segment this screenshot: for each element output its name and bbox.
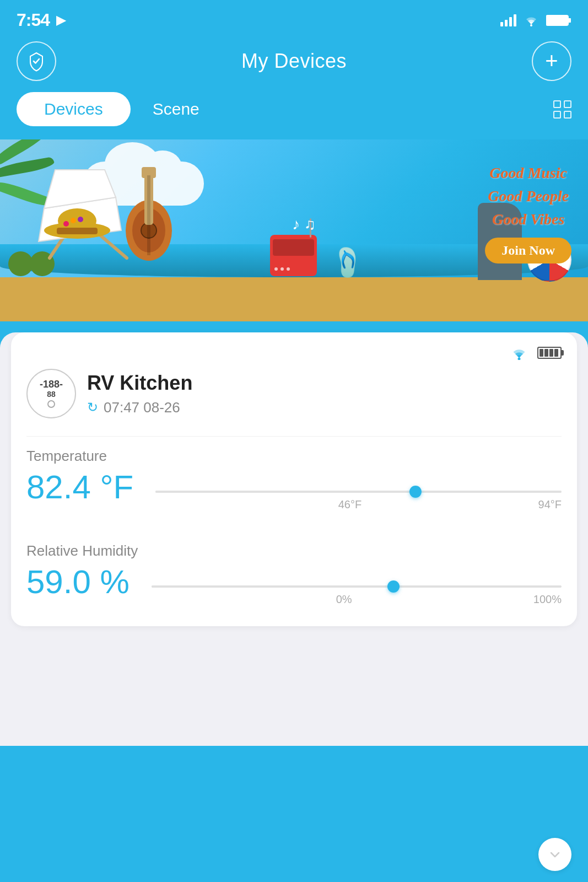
card-battery-icon [537, 347, 562, 359]
banner-line-3: Good Vibes [485, 208, 571, 231]
tab-scene[interactable]: Scene [131, 92, 222, 126]
humidity-label: Relative Humidity [26, 542, 562, 560]
card-status-icons [26, 346, 562, 360]
status-icons [500, 14, 571, 26]
temperature-slider[interactable]: 46°F 94°F [155, 491, 562, 493]
time-display: 7:54 [17, 10, 50, 30]
join-now-button[interactable]: Join Now [485, 238, 571, 263]
svg-point-18 [63, 221, 69, 227]
app-header: My Devices + [0, 36, 588, 92]
page-title: My Devices [241, 50, 347, 73]
main-content: -188- 88 RV Kitchen ↻ 07:47 08-26 Temper… [0, 332, 588, 746]
add-icon: + [545, 50, 558, 72]
device-icon: -188- 88 [26, 369, 76, 418]
sand-decoration [0, 277, 588, 321]
humidity-value: 59.0 % [26, 563, 130, 601]
device-text-info: RV Kitchen ↻ 07:47 08-26 [87, 372, 192, 416]
humidity-slider-max: 100% [533, 593, 562, 606]
music-notes-decoration: ♪ ♫ [292, 216, 316, 233]
svg-point-20 [78, 217, 83, 222]
svg-point-21 [518, 358, 521, 361]
signal-strength-icon [500, 14, 516, 26]
promo-banner: ♪ ♫ 🩴 Good Music Good People Good Vibes … [0, 139, 588, 321]
banner-text-block: Good Music Good People Good Vibes Join N… [485, 162, 571, 263]
status-bar: 7:54 ▶ [0, 0, 588, 36]
diamond-shield-icon [26, 51, 47, 72]
add-device-button[interactable]: + [532, 41, 571, 81]
location-arrow-icon: ▶ [56, 13, 65, 28]
card-divider [26, 436, 562, 437]
beach-scene-illustration [17, 159, 237, 280]
svg-rect-17 [57, 228, 98, 234]
tabs-container: Devices Scene [0, 92, 588, 139]
grid-view-button[interactable] [553, 100, 571, 119]
logo-button[interactable] [17, 41, 56, 81]
banner-line-2: Good People [485, 185, 571, 208]
battery-icon [546, 14, 571, 26]
svg-point-19 [71, 218, 76, 223]
temperature-section: Temperature 82.4 °F 46°F 94°F [26, 448, 562, 515]
wifi-icon [523, 14, 540, 26]
device-info: -188- 88 RV Kitchen ↻ 07:47 08-26 [26, 369, 562, 418]
radio-decoration [270, 235, 317, 276]
banner-line-1: Good Music [485, 162, 571, 185]
flipflops-decoration: 🩴 [331, 246, 365, 278]
temp-slider-max: 94°F [538, 498, 562, 511]
svg-rect-2 [568, 18, 571, 23]
chevron-down-icon [547, 846, 563, 863]
refresh-icon[interactable]: ↻ [87, 400, 98, 415]
temperature-label: Temperature [26, 448, 562, 465]
humidity-slider[interactable]: 0% 100% [152, 585, 562, 588]
next-card-hint [538, 838, 571, 871]
device-time-row: ↻ 07:47 08-26 [87, 399, 192, 416]
temp-slider-min: 46°F [338, 498, 362, 511]
svg-rect-1 [546, 15, 568, 25]
card-wifi-icon [510, 346, 528, 360]
tab-devices[interactable]: Devices [17, 92, 131, 126]
device-timestamp: 07:47 08-26 [104, 399, 180, 416]
svg-point-0 [530, 24, 532, 26]
humidity-section: Relative Humidity 59.0 % 0% 100% [26, 542, 562, 610]
status-time: 7:54 ▶ [17, 10, 65, 30]
device-card-rv-kitchen: -188- 88 RV Kitchen ↻ 07:47 08-26 Temper… [11, 332, 577, 626]
device-name: RV Kitchen [87, 372, 192, 395]
temperature-value: 82.4 °F [26, 468, 133, 506]
humidity-slider-min: 0% [336, 593, 352, 606]
